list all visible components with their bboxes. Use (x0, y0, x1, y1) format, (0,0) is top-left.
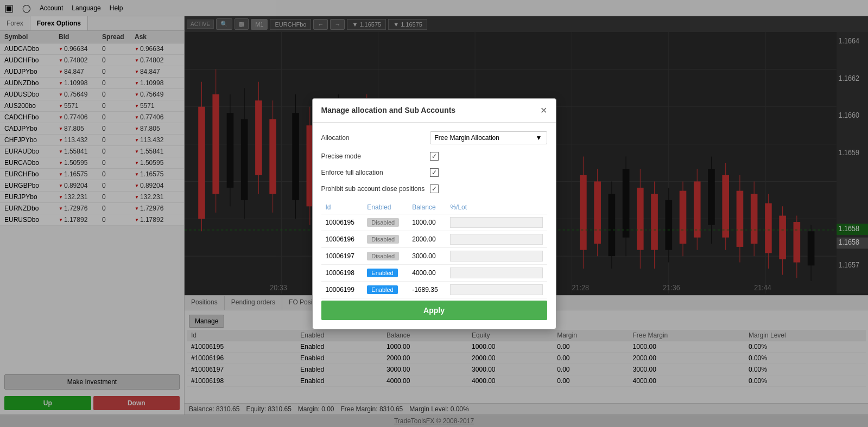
modal-table-row: 10006197 Disabled 3000.00 (321, 247, 547, 264)
modal-row-balance: -1689.35 (408, 281, 446, 298)
modal-header: Manage allocation and Sub Accounts ✕ (313, 99, 556, 123)
enforce-full-checkbox[interactable]: ✓ (430, 168, 439, 177)
precise-mode-row: Precise mode ✓ (321, 152, 547, 161)
precise-mode-control: ✓ (430, 152, 547, 161)
prohibit-checkbox[interactable]: ✓ (430, 184, 439, 193)
pct-lot-input[interactable] (450, 284, 542, 295)
modal-table-row: 10006199 Enabled -1689.35 (321, 281, 547, 298)
modal-header-row: Id Enabled Balance %/Lot (321, 201, 547, 214)
allocation-value: Free Margin Allocation (435, 134, 499, 142)
modal-row-enabled[interactable]: Disabled (363, 231, 408, 247)
modal-col-id: Id (321, 201, 363, 214)
modal-row-pct-lot (446, 214, 547, 231)
prohibit-label: Prohibit sub account close positions (321, 185, 430, 193)
enforce-full-control: ✓ (430, 168, 547, 177)
status-badge[interactable]: Enabled (367, 269, 397, 277)
allocation-row: Allocation Free Margin Allocation ▼ (321, 131, 547, 144)
dropdown-chevron-icon: ▼ (536, 134, 542, 142)
status-badge[interactable]: Disabled (367, 218, 399, 227)
modal-table-row: 10006196 Disabled 2000.00 (321, 231, 547, 247)
precise-mode-checkbox[interactable]: ✓ (430, 152, 439, 161)
modal-row-id: 10006196 (321, 231, 363, 247)
allocation-control: Free Margin Allocation ▼ (430, 131, 547, 144)
modal-overlay: Manage allocation and Sub Accounts ✕ All… (0, 0, 868, 427)
status-badge[interactable]: Disabled (367, 252, 399, 260)
modal-row-enabled[interactable]: Disabled (363, 214, 408, 231)
modal-dialog: Manage allocation and Sub Accounts ✕ All… (312, 98, 556, 329)
modal-close-button[interactable]: ✕ (540, 105, 547, 116)
modal-row-pct-lot (446, 247, 547, 264)
modal-table-body: 10006195 Disabled 1000.00 10006196 Disab… (321, 214, 547, 298)
modal-row-balance: 3000.00 (408, 247, 446, 264)
modal-table-header: Id Enabled Balance %/Lot (321, 201, 547, 214)
modal-col-enabled: Enabled (363, 201, 408, 214)
enforce-full-label: Enforce full allocation (321, 169, 430, 176)
enforce-full-row: Enforce full allocation ✓ (321, 168, 547, 177)
modal-row-pct-lot (446, 281, 547, 298)
apply-button[interactable]: Apply (321, 301, 547, 320)
prohibit-control: ✓ (430, 184, 547, 193)
status-badge[interactable]: Disabled (367, 235, 399, 244)
modal-row-pct-lot (446, 231, 547, 247)
precise-mode-label: Precise mode (321, 152, 430, 160)
modal-col-balance: Balance (408, 201, 446, 214)
pct-lot-input[interactable] (450, 234, 542, 245)
pct-lot-input[interactable] (450, 267, 542, 278)
modal-title: Manage allocation and Sub Accounts (321, 106, 456, 114)
modal-col-pct-lot: %/Lot (446, 201, 547, 214)
modal-row-balance: 4000.00 (408, 264, 446, 281)
modal-row-enabled[interactable]: Enabled (363, 281, 408, 298)
modal-table-row: 10006195 Disabled 1000.00 (321, 214, 547, 231)
modal-body: Allocation Free Margin Allocation ▼ Prec… (313, 123, 556, 329)
pct-lot-input[interactable] (450, 217, 542, 228)
allocation-select[interactable]: Free Margin Allocation ▼ (430, 131, 547, 144)
modal-row-id: 10006198 (321, 264, 363, 281)
modal-row-pct-lot (446, 264, 547, 281)
prohibit-row: Prohibit sub account close positions ✓ (321, 184, 547, 193)
allocation-label: Allocation (321, 134, 430, 142)
modal-row-enabled[interactable]: Enabled (363, 264, 408, 281)
modal-row-balance: 2000.00 (408, 231, 446, 247)
modal-row-id: 10006197 (321, 247, 363, 264)
modal-table-row: 10006198 Enabled 4000.00 (321, 264, 547, 281)
modal-row-id: 10006195 (321, 214, 363, 231)
modal-row-enabled[interactable]: Disabled (363, 247, 408, 264)
status-badge[interactable]: Enabled (367, 285, 397, 294)
pct-lot-input[interactable] (450, 251, 542, 262)
modal-sub-accounts-table: Id Enabled Balance %/Lot 10006195 Disabl… (321, 201, 547, 298)
modal-row-id: 10006199 (321, 281, 363, 298)
modal-row-balance: 1000.00 (408, 214, 446, 231)
